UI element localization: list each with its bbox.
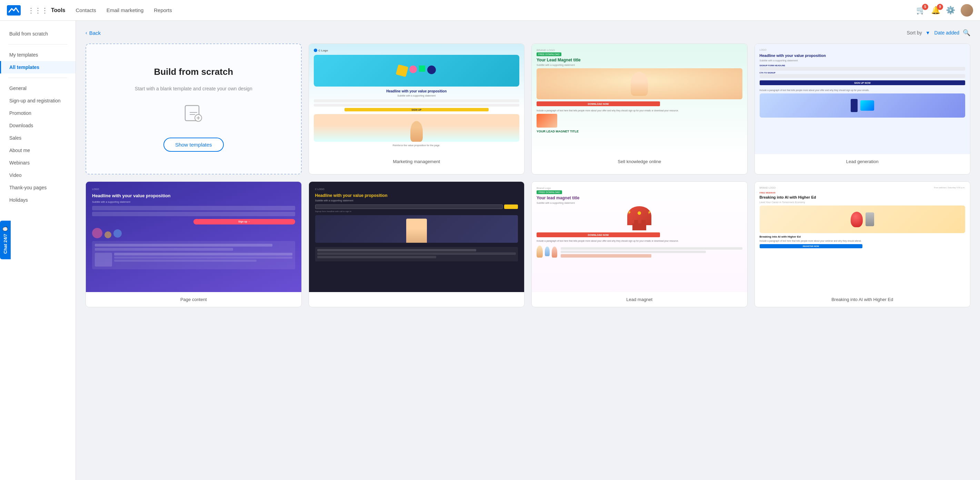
template-label-knowledge: Sell knowledge online: [532, 154, 747, 169]
toolbar-row: ‹ Back Sort by ▼ Date added 🔍: [86, 29, 970, 37]
chat-widget-label: Chat 24/7: [3, 234, 8, 254]
mini-magnet-para: Include a paragraph of text here that te…: [536, 239, 742, 243]
mini-edu-badge: FREE WEBINAR: [760, 192, 966, 194]
chat-widget[interactable]: Chat 24/7 💬: [0, 221, 11, 259]
nav-email-marketing[interactable]: Email marketing: [107, 7, 144, 13]
mini-field-1: [314, 99, 520, 102]
main-content: ‹ Back Sort by ▼ Date added 🔍 Build from…: [76, 21, 980, 480]
mini-headline: Headline with your value proposition: [386, 89, 447, 93]
scratch-description: Start with a blank template and create y…: [135, 85, 252, 92]
template-label-edu: Breaking into AI with Higher Ed: [755, 292, 970, 307]
mini-dark-field: [315, 205, 503, 209]
back-chevron-icon: ‹: [86, 30, 87, 35]
sidebar-item-holidays[interactable]: Holidays: [0, 194, 76, 206]
mini-cta-btn: SIGN UP: [344, 108, 488, 111]
mini-dark-headline: Headline with your value proposition: [315, 193, 518, 198]
template-thumbnail-promo1: LOGO Headline with your value propositio…: [86, 182, 301, 292]
logo[interactable]: [7, 5, 21, 16]
mini-magnet-btn: DOWNLOAD NOW: [536, 232, 660, 237]
main-nav: Contacts Email marketing Reports: [76, 7, 916, 13]
mini-books-graphic: [536, 114, 557, 127]
template-label-promo1: Page content: [86, 292, 301, 307]
template-thumbnail-marketing: C Logo Headline with your value proposit…: [309, 44, 525, 154]
template-thumbnail-dark: C LOGO Headline with your value proposit…: [309, 182, 525, 292]
template-thumbnail-magnet: Brand Logo FREE DOWNLOAD Your lead magne…: [532, 182, 747, 292]
nav-contacts[interactable]: Contacts: [76, 7, 96, 13]
apps-grid-icon[interactable]: ⋮⋮⋮: [28, 6, 48, 14]
sidebar-item-general[interactable]: General: [0, 82, 76, 94]
sidebar-item-video[interactable]: Video: [0, 169, 76, 181]
mini-magnet-brand: Brand Logo: [536, 186, 551, 190]
mini-form-field-1: [760, 67, 966, 71]
mini-form-field-2: [760, 74, 966, 78]
mini-magnet-title: Your lead magnet title: [536, 195, 742, 200]
mini-edu-title: Breaking into AI with Higher Ed: [760, 195, 966, 200]
mini-promo1-field-2: [92, 212, 295, 216]
sort-label: Sort by: [907, 30, 922, 35]
scratch-template-icon: [183, 103, 204, 127]
template-card-edu[interactable]: BRAND LOGO Free webinar | Saturday 5:00 …: [754, 181, 971, 307]
template-label-dark: [309, 292, 525, 302]
sidebar-divider-1: [8, 44, 67, 45]
sidebar-item-downloads[interactable]: Downloads: [0, 119, 76, 132]
settings-icon-wrap[interactable]: ⚙️: [946, 6, 955, 15]
mini-subtext: Subtitle with a supporting statement: [397, 94, 436, 98]
show-templates-button[interactable]: Show templates: [164, 138, 224, 152]
mini-edu-para: Include a paragraph of text here that te…: [760, 239, 966, 243]
sidebar-item-all-templates[interactable]: All templates: [0, 61, 76, 73]
sidebar-item-build-from-scratch[interactable]: Build from scratch: [0, 28, 76, 40]
header: ⋮⋮⋮ Tools Contacts Email marketing Repor…: [0, 0, 980, 21]
mini-lead-sub: Subtitle with a supporting statement: [760, 59, 966, 62]
sidebar: Build from scratch My templates All temp…: [0, 21, 76, 480]
template-card-lead-magnet[interactable]: Brand Logo FREE DOWNLOAD Your lead magne…: [531, 181, 748, 307]
scratch-title: Build from scratch: [154, 66, 233, 78]
search-icon[interactable]: 🔍: [963, 29, 970, 37]
chat-widget-icon: 💬: [3, 226, 8, 232]
user-avatar[interactable]: [961, 4, 973, 17]
sidebar-item-thank-you-pages[interactable]: Thank-you pages: [0, 181, 76, 194]
mini-lead-headline: Headline with your value proposition: [760, 53, 966, 58]
build-from-scratch-card[interactable]: Build from scratch Start with a blank te…: [86, 43, 302, 175]
cart-icon-wrap[interactable]: 🛒 5: [916, 6, 926, 15]
device-graphic: [314, 55, 520, 87]
mini-logo-text: LOGO: [760, 49, 767, 51]
mini-magnet-sub: Subtitle with a supporting statement: [536, 202, 742, 204]
mini-lead-magnet-title2: YOUR LEAD MAGNET TITLE: [536, 130, 742, 133]
back-button[interactable]: ‹ Back: [86, 30, 101, 36]
sort-arrow-icon: ▼: [926, 30, 930, 35]
sidebar-item-promotion[interactable]: Promotion: [0, 107, 76, 119]
sidebar-item-signup-registration[interactable]: Sign-up and registration: [0, 94, 76, 107]
mini-edu-headline2: Breaking into AI with Higher Ed: [760, 235, 966, 238]
sidebar-item-webinars[interactable]: Webinars: [0, 157, 76, 169]
mini-edu-image: [760, 205, 966, 233]
nav-reports[interactable]: Reports: [154, 7, 172, 13]
settings-icon: ⚙️: [946, 6, 955, 14]
mini-edu-register-btn: REGISTER NOW: [760, 244, 862, 248]
template-card-dark[interactable]: C LOGO Headline with your value proposit…: [309, 181, 525, 307]
mini-dark-sub: Subtitle with a supporting statement: [315, 199, 518, 202]
bell-icon-wrap[interactable]: 🔔 9: [931, 6, 940, 15]
tools-label: Tools: [51, 7, 65, 13]
page-layout: Build from scratch My templates All temp…: [0, 21, 980, 480]
template-thumbnail-knowledge: BRAND LOGO FREE DOWNLOAD Your Lead Magne…: [532, 44, 747, 154]
template-card-promo1[interactable]: LOGO Headline with your value propositio…: [86, 181, 302, 307]
mini-promo1-field-1: [92, 206, 295, 210]
template-label-lead: Lead generation: [755, 154, 970, 169]
mini-lady-graphic: [536, 68, 742, 99]
cart-badge: 5: [922, 4, 928, 10]
template-card-marketing-management[interactable]: C Logo Headline with your value proposit…: [309, 43, 525, 175]
mini-promo1-cta: Sign up →: [193, 219, 295, 224]
sort-row: Sort by ▼ Date added 🔍: [907, 29, 970, 37]
mini-promo1-headline: Headline with your value proposition: [92, 193, 295, 199]
template-grid: Build from scratch Start with a blank te…: [86, 43, 970, 307]
mini-lead-magnet-title: Your Lead Magnet title: [536, 57, 742, 62]
mini-download-btn: DOWNLOAD NOW: [536, 102, 660, 106]
mini-promo1-sub: Subtitle with a supporting statement: [92, 201, 295, 203]
mini-lead-magnet-sub: Subtitle with a supporting statement: [536, 64, 742, 66]
template-card-lead-generation[interactable]: LOGO Headline with your value propositio…: [754, 43, 971, 175]
sort-select[interactable]: Date added: [934, 30, 959, 35]
sidebar-item-my-templates[interactable]: My templates: [0, 49, 76, 61]
sidebar-item-sales[interactable]: Sales: [0, 132, 76, 144]
template-card-sell-knowledge[interactable]: BRAND LOGO FREE DOWNLOAD Your Lead Magne…: [531, 43, 748, 175]
sidebar-item-about-me[interactable]: About me: [0, 144, 76, 157]
